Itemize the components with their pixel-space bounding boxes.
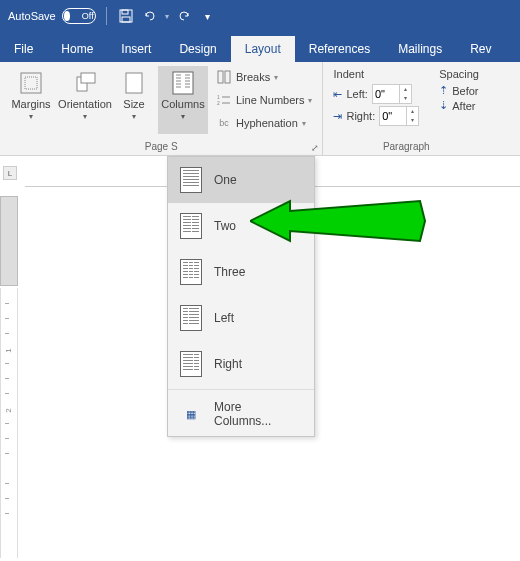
hyphenation-button[interactable]: bc Hyphenation ▾ bbox=[212, 112, 316, 134]
autosave-control[interactable]: AutoSave Off bbox=[8, 8, 96, 24]
undo-icon[interactable] bbox=[141, 7, 159, 25]
toggle-dot-icon bbox=[64, 11, 70, 21]
spacing-header: Spacing bbox=[439, 68, 479, 80]
spin-down-icon[interactable]: ▾ bbox=[400, 94, 411, 103]
page-setup-group-name: Page S bbox=[6, 141, 316, 154]
svg-rect-3 bbox=[21, 73, 41, 93]
autosave-toggle[interactable]: Off bbox=[62, 8, 96, 24]
save-icon[interactable] bbox=[117, 7, 135, 25]
two-column-icon bbox=[180, 213, 202, 239]
hyphenation-label: Hyphenation bbox=[236, 117, 298, 129]
separator bbox=[168, 389, 314, 390]
more-columns-option[interactable]: ▦ More Columns... bbox=[168, 392, 314, 436]
orientation-icon bbox=[71, 70, 99, 96]
chevron-down-icon: ▾ bbox=[302, 119, 306, 128]
three-column-icon bbox=[180, 259, 202, 285]
breaks-icon bbox=[216, 69, 232, 85]
tab-design[interactable]: Design bbox=[165, 36, 230, 62]
svg-rect-4 bbox=[25, 77, 37, 89]
spacing-before-icon: ⇡ bbox=[439, 84, 448, 97]
page-setup-launcher-icon[interactable]: ⤢ bbox=[311, 143, 319, 153]
paragraph-group-name: Paragraph bbox=[329, 141, 483, 154]
autosave-label: AutoSave bbox=[8, 10, 56, 22]
orientation-label: Orientation bbox=[58, 98, 112, 110]
line-numbers-button[interactable]: 12 Line Numbers ▾ bbox=[212, 89, 316, 111]
tab-layout[interactable]: Layout bbox=[231, 36, 295, 62]
right-column-icon bbox=[180, 351, 202, 377]
svg-rect-6 bbox=[81, 73, 95, 83]
left-column-icon bbox=[180, 305, 202, 331]
indent-left-spinner[interactable]: ▴▾ bbox=[372, 84, 412, 104]
page-setup-group: Margins ▾ Orientation ▾ Size ▾ Columns ▾ bbox=[0, 62, 323, 156]
chevron-down-icon: ▾ bbox=[83, 112, 87, 121]
redo-icon[interactable] bbox=[175, 7, 193, 25]
columns-option-label: Right bbox=[214, 357, 242, 371]
columns-option-three[interactable]: Three bbox=[168, 249, 314, 295]
tab-review[interactable]: Rev bbox=[456, 36, 505, 62]
hyphenation-icon: bc bbox=[216, 115, 232, 131]
chevron-down-icon: ▾ bbox=[274, 73, 278, 82]
columns-dropdown: One Two Three Left Right ▦ More Columns.… bbox=[167, 156, 315, 437]
more-columns-label: More Columns... bbox=[214, 400, 302, 428]
columns-option-one[interactable]: One bbox=[168, 157, 314, 203]
spacing-before-label: Befor bbox=[452, 85, 478, 97]
indent-left-label: Left: bbox=[346, 88, 367, 100]
separator bbox=[106, 7, 107, 25]
size-icon bbox=[120, 70, 148, 96]
breaks-button[interactable]: Breaks ▾ bbox=[212, 66, 316, 88]
indent-right-input[interactable] bbox=[380, 110, 406, 122]
line-numbers-label: Line Numbers bbox=[236, 94, 304, 106]
columns-label: Columns bbox=[161, 98, 204, 110]
ribbon-tabs: File Home Insert Design Layout Reference… bbox=[0, 32, 520, 62]
spin-down-icon[interactable]: ▾ bbox=[407, 116, 418, 125]
indent-left-icon: ⇤ bbox=[333, 88, 342, 101]
ruler-corner[interactable]: L bbox=[3, 166, 17, 180]
columns-option-label: One bbox=[214, 173, 237, 187]
ruler-mark: 1 bbox=[4, 348, 13, 352]
columns-option-right[interactable]: Right bbox=[168, 341, 314, 387]
tab-mailings[interactable]: Mailings bbox=[384, 36, 456, 62]
svg-text:2: 2 bbox=[217, 100, 220, 106]
title-bar: AutoSave Off ▾ ▾ bbox=[0, 0, 520, 32]
indent-right-label: Right: bbox=[346, 110, 375, 122]
svg-rect-2 bbox=[122, 17, 130, 22]
undo-chevron-icon[interactable]: ▾ bbox=[165, 12, 169, 21]
margins-button[interactable]: Margins ▾ bbox=[6, 66, 56, 134]
columns-option-label: Two bbox=[214, 219, 236, 233]
chevron-down-icon: ▾ bbox=[181, 112, 185, 121]
columns-option-label: Left bbox=[214, 311, 234, 325]
margins-label: Margins bbox=[11, 98, 50, 110]
ruler-mark: 2 bbox=[4, 408, 13, 412]
chevron-down-icon: ▾ bbox=[29, 112, 33, 121]
autosave-state: Off bbox=[82, 11, 94, 21]
spacing-after-label: After bbox=[452, 100, 475, 112]
tab-insert[interactable]: Insert bbox=[107, 36, 165, 62]
columns-option-two[interactable]: Two bbox=[168, 203, 314, 249]
chevron-down-icon: ▾ bbox=[132, 112, 136, 121]
document-workspace: L 1 2 One Two Three Left bbox=[0, 156, 520, 561]
vertical-ruler[interactable]: 1 2 bbox=[0, 196, 20, 561]
spacing-after-icon: ⇣ bbox=[439, 99, 448, 112]
margins-icon bbox=[17, 70, 45, 96]
breaks-label: Breaks bbox=[236, 71, 270, 83]
size-button[interactable]: Size ▾ bbox=[114, 66, 154, 134]
spin-up-icon[interactable]: ▴ bbox=[407, 107, 418, 116]
size-label: Size bbox=[123, 98, 144, 110]
svg-rect-1 bbox=[122, 10, 128, 14]
tab-home[interactable]: Home bbox=[47, 36, 107, 62]
indent-right-icon: ⇥ bbox=[333, 110, 342, 123]
tab-file[interactable]: File bbox=[0, 36, 47, 62]
columns-option-left[interactable]: Left bbox=[168, 295, 314, 341]
indent-right-spinner[interactable]: ▴▾ bbox=[379, 106, 419, 126]
chevron-down-icon: ▾ bbox=[308, 96, 312, 105]
columns-button[interactable]: Columns ▾ bbox=[158, 66, 208, 134]
orientation-button[interactable]: Orientation ▾ bbox=[60, 66, 110, 134]
customize-qat-icon[interactable]: ▾ bbox=[199, 7, 217, 25]
line-numbers-icon: 12 bbox=[216, 92, 232, 108]
spin-up-icon[interactable]: ▴ bbox=[400, 85, 411, 94]
svg-rect-7 bbox=[126, 73, 142, 93]
paragraph-group: Indent ⇤ Left: ▴▾ ⇥ Right: ▴▾ Spacing ⇡ … bbox=[323, 62, 489, 156]
indent-left-input[interactable] bbox=[373, 88, 399, 100]
tab-references[interactable]: References bbox=[295, 36, 384, 62]
indent-header: Indent bbox=[333, 68, 419, 80]
